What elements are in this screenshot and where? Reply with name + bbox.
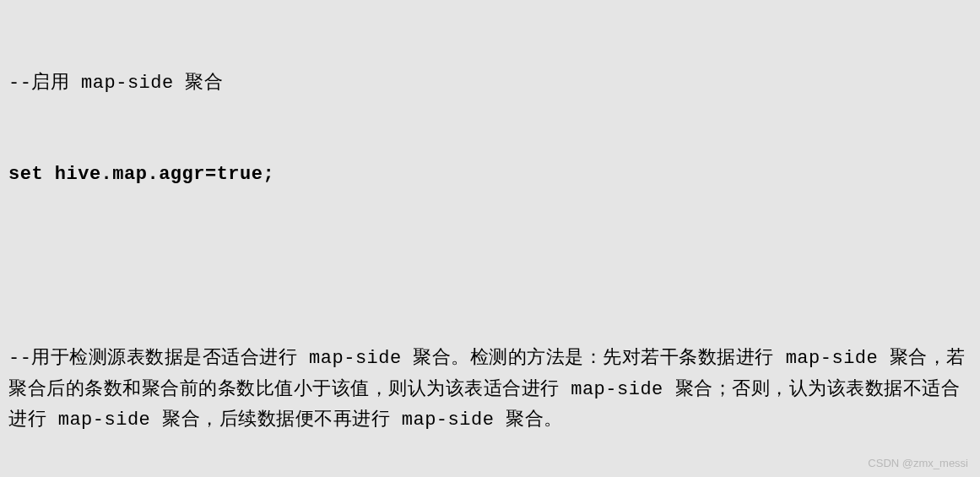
comment-line: --用于检测源表数据是否适合进行 map-side 聚合。检测的方法是：先对若干…: [8, 344, 972, 436]
blank-line: [8, 252, 972, 282]
code-block: --启用 map-side 聚合 set hive.map.aggr=true;…: [8, 7, 972, 477]
comment-line: --启用 map-side 聚合: [8, 68, 972, 99]
watermark: CSDN @zmx_messi: [868, 454, 968, 472]
statement-line: set hive.map.aggr=true;: [8, 160, 972, 190]
